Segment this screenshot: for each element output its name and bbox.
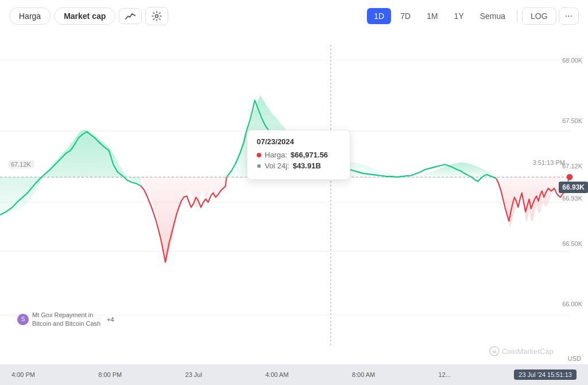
event-icon-letter: S [21,316,25,322]
event-content: Mt Gox Repayment in Bitcoin and Bitcoin … [32,311,101,328]
price-dot-icon [257,153,261,157]
settings-icon [152,11,162,21]
y-label-68k: 68.00K [562,57,582,64]
watermark-text: CoinMarketCap [502,347,554,356]
coinmarketcap-watermark: M CoinMarketCap [489,346,554,356]
svg-rect-1 [0,32,588,347]
toolbar-left: Harga Market cap [9,7,168,25]
chart-area: 68.00K 67.50K 67.12K 66.93K 66.50K 66.00… [0,32,588,385]
open-price-label: 67.12K [8,160,34,168]
toolbar-right: 1D 7D 1M 1Y Semua LOG ··· [367,7,579,25]
line-chart-icon-btn[interactable] [119,8,142,24]
settings-icon-btn[interactable] [145,7,168,25]
y-label-6712k: 67.12K [562,163,582,170]
tooltip-vol-value: $43.91B [293,161,321,170]
x-label-4: 8:00 AM [352,371,375,378]
time-label: 3:51:13 PM [533,159,565,166]
chart-wrapper: 68.00K 67.50K 67.12K 66.93K 66.50K 66.00… [0,32,588,385]
y-label-675k: 67.50K [562,117,582,124]
y-label-66k: 66.00K [562,301,582,307]
tooltip-date-text: 07/23/2024 [257,137,294,146]
y-label-6693k: 66.93K [562,195,582,202]
svg-text:M: M [492,349,496,355]
tooltip-price-row: Harga: $66,971.56 [257,151,341,159]
x-label-5: 12... [439,371,451,378]
toolbar: Harga Market cap 1D 7D 1M 1Y Semua LOG [0,7,588,32]
time-1m-btn[interactable]: 1M [420,8,444,24]
tooltip-vol-label: Vol 24j: [265,161,289,170]
tooltip-vol-row: Vol 24j: $43.91B [257,161,341,170]
svg-point-11 [567,174,573,180]
usd-label: USD [568,355,581,362]
x-label-3: 4:00 AM [265,371,288,378]
main-container: Harga Market cap 1D 7D 1M 1Y Semua LOG [0,0,588,385]
price-tooltip: 07/23/2024 Harga: $66,971.56 Vol 24j: $4… [247,130,350,180]
y-label-665k: 66.50K [562,240,582,247]
price-chart[interactable] [0,32,588,385]
event-badge: +4 [107,316,114,323]
x-axis: 4:00 PM 8:00 PM 23 Jul 4:00 AM 8:00 AM 1… [0,364,588,385]
cmc-logo: M [489,346,500,356]
svg-point-0 [156,15,158,18]
more-btn[interactable]: ··· [559,7,579,25]
line-icon [125,12,136,20]
x-label-1: 8:00 PM [98,371,122,378]
tooltip-price-value: $66,971.56 [291,151,328,159]
log-btn[interactable]: LOG [522,7,556,25]
current-price-badge: 66.93K [559,182,588,193]
time-semua-btn[interactable]: Semua [473,8,512,24]
vol-diamond-icon [256,163,262,169]
harga-tab[interactable]: Harga [9,7,51,25]
x-label-0: 4:00 PM [11,371,35,378]
event-marker: S Mt Gox Repayment in Bitcoin and Bitcoi… [17,311,114,328]
time-7d-btn[interactable]: 7D [393,8,417,24]
x-label-2: 23 Jul [185,371,202,378]
tooltip-price-label: Harga: [265,151,287,159]
tooltip-date: 07/23/2024 [257,137,341,146]
time-1d-btn[interactable]: 1D [367,8,391,24]
x-label-highlight: 23 Jul '24 15:51:13 [514,369,577,380]
event-icon: S [17,314,29,325]
event-text: Mt Gox Repayment in Bitcoin and Bitcoin … [32,311,101,328]
time-1y-btn[interactable]: 1Y [447,8,471,24]
market-cap-tab[interactable]: Market cap [54,7,115,25]
